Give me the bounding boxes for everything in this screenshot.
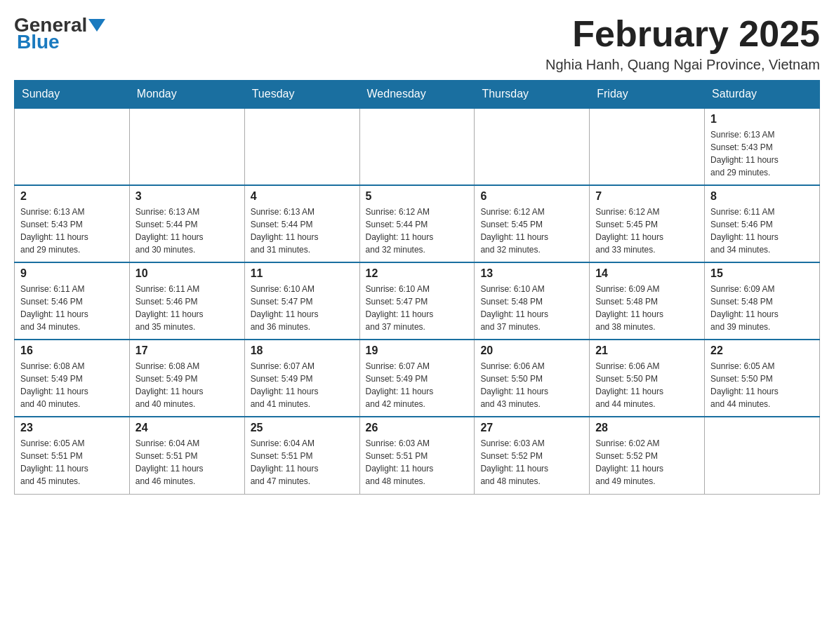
day-cell: 24Sunrise: 6:04 AMSunset: 5:51 PMDayligh… (129, 417, 244, 494)
day-number: 18 (251, 344, 354, 357)
day-cell: 18Sunrise: 6:07 AMSunset: 5:49 PMDayligh… (244, 340, 359, 417)
day-cell: 13Sunrise: 6:10 AMSunset: 5:48 PMDayligh… (475, 262, 590, 340)
calendar-header-row: SundayMondayTuesdayWednesdayThursdayFrid… (15, 81, 820, 109)
day-number: 15 (710, 267, 814, 280)
day-number: 1 (710, 113, 814, 126)
day-info: Sunrise: 6:08 AMSunset: 5:49 PMDaylight:… (20, 360, 124, 410)
day-number: 3 (135, 190, 239, 203)
day-cell: 6Sunrise: 6:12 AMSunset: 5:45 PMDaylight… (475, 185, 590, 262)
title-section: February 2025 Nghia Hanh, Quang Ngai Pro… (545, 14, 820, 73)
day-info: Sunrise: 6:07 AMSunset: 5:49 PMDaylight:… (251, 360, 354, 410)
day-info: Sunrise: 6:10 AMSunset: 5:47 PMDaylight:… (366, 283, 469, 333)
day-number: 21 (595, 344, 699, 357)
month-title: February 2025 (545, 14, 820, 54)
header-tuesday: Tuesday (244, 81, 359, 109)
week-row-2: 2Sunrise: 6:13 AMSunset: 5:43 PMDaylight… (15, 185, 820, 262)
day-number: 12 (366, 267, 469, 280)
day-number: 17 (135, 344, 239, 357)
day-cell: 26Sunrise: 6:03 AMSunset: 5:51 PMDayligh… (359, 417, 475, 494)
day-cell: 3Sunrise: 6:13 AMSunset: 5:44 PMDaylight… (129, 185, 244, 262)
day-info: Sunrise: 6:09 AMSunset: 5:48 PMDaylight:… (710, 283, 814, 333)
day-info: Sunrise: 6:04 AMSunset: 5:51 PMDaylight:… (251, 437, 354, 488)
day-cell: 9Sunrise: 6:11 AMSunset: 5:46 PMDaylight… (15, 262, 130, 340)
day-cell: 27Sunrise: 6:03 AMSunset: 5:52 PMDayligh… (475, 417, 590, 494)
day-number: 7 (595, 190, 699, 203)
day-number: 8 (710, 190, 814, 203)
day-info: Sunrise: 6:11 AMSunset: 5:46 PMDaylight:… (135, 283, 239, 333)
logo-blue-text: Blue (17, 31, 60, 53)
day-number: 25 (251, 422, 354, 434)
week-row-4: 16Sunrise: 6:08 AMSunset: 5:49 PMDayligh… (15, 340, 820, 417)
day-number: 6 (480, 190, 583, 203)
day-info: Sunrise: 6:13 AMSunset: 5:44 PMDaylight:… (251, 206, 354, 256)
day-info: Sunrise: 6:04 AMSunset: 5:51 PMDaylight:… (135, 437, 239, 488)
location-text: Nghia Hanh, Quang Ngai Province, Vietnam (545, 57, 820, 73)
day-cell: 5Sunrise: 6:12 AMSunset: 5:44 PMDaylight… (359, 185, 475, 262)
day-info: Sunrise: 6:10 AMSunset: 5:47 PMDaylight:… (251, 283, 354, 333)
day-number: 19 (366, 344, 469, 357)
day-number: 26 (366, 422, 469, 434)
day-cell: 19Sunrise: 6:07 AMSunset: 5:49 PMDayligh… (359, 340, 475, 417)
day-info: Sunrise: 6:06 AMSunset: 5:50 PMDaylight:… (480, 360, 583, 410)
day-cell: 25Sunrise: 6:04 AMSunset: 5:51 PMDayligh… (244, 417, 359, 494)
header-thursday: Thursday (475, 81, 590, 109)
day-number: 28 (595, 422, 699, 434)
day-cell: 10Sunrise: 6:11 AMSunset: 5:46 PMDayligh… (129, 262, 244, 340)
header-monday: Monday (129, 81, 244, 109)
day-cell (475, 108, 590, 185)
day-info: Sunrise: 6:13 AMSunset: 5:43 PMDaylight:… (710, 128, 814, 179)
day-number: 16 (20, 344, 124, 357)
day-cell: 7Sunrise: 6:12 AMSunset: 5:45 PMDaylight… (590, 185, 705, 262)
day-info: Sunrise: 6:03 AMSunset: 5:51 PMDaylight:… (366, 437, 469, 488)
header-wednesday: Wednesday (359, 81, 475, 109)
day-cell: 20Sunrise: 6:06 AMSunset: 5:50 PMDayligh… (475, 340, 590, 417)
day-cell: 17Sunrise: 6:08 AMSunset: 5:49 PMDayligh… (129, 340, 244, 417)
day-info: Sunrise: 6:13 AMSunset: 5:44 PMDaylight:… (135, 206, 239, 256)
day-cell: 11Sunrise: 6:10 AMSunset: 5:47 PMDayligh… (244, 262, 359, 340)
day-number: 14 (595, 267, 699, 280)
day-number: 5 (366, 190, 469, 203)
day-cell (244, 108, 359, 185)
day-info: Sunrise: 6:11 AMSunset: 5:46 PMDaylight:… (20, 283, 124, 333)
day-number: 4 (251, 190, 354, 203)
page-header: General Blue February 2025 Nghia Hanh, Q… (14, 14, 820, 73)
day-number: 10 (135, 267, 239, 280)
day-cell: 12Sunrise: 6:10 AMSunset: 5:47 PMDayligh… (359, 262, 475, 340)
day-cell: 23Sunrise: 6:05 AMSunset: 5:51 PMDayligh… (15, 417, 130, 494)
day-number: 11 (251, 267, 354, 280)
day-cell: 16Sunrise: 6:08 AMSunset: 5:49 PMDayligh… (15, 340, 130, 417)
day-cell: 8Sunrise: 6:11 AMSunset: 5:46 PMDaylight… (705, 185, 820, 262)
week-row-3: 9Sunrise: 6:11 AMSunset: 5:46 PMDaylight… (15, 262, 820, 340)
day-cell: 22Sunrise: 6:05 AMSunset: 5:50 PMDayligh… (705, 340, 820, 417)
day-cell: 28Sunrise: 6:02 AMSunset: 5:52 PMDayligh… (590, 417, 705, 494)
day-number: 2 (20, 190, 124, 203)
logo-triangle-icon (88, 19, 105, 32)
day-number: 20 (480, 344, 583, 357)
day-cell (359, 108, 475, 185)
day-info: Sunrise: 6:12 AMSunset: 5:44 PMDaylight:… (366, 206, 469, 256)
day-cell: 1Sunrise: 6:13 AMSunset: 5:43 PMDaylight… (705, 108, 820, 185)
day-cell: 15Sunrise: 6:09 AMSunset: 5:48 PMDayligh… (705, 262, 820, 340)
calendar-table: SundayMondayTuesdayWednesdayThursdayFrid… (14, 80, 820, 495)
day-info: Sunrise: 6:12 AMSunset: 5:45 PMDaylight:… (480, 206, 583, 256)
day-info: Sunrise: 6:11 AMSunset: 5:46 PMDaylight:… (710, 206, 814, 256)
day-info: Sunrise: 6:02 AMSunset: 5:52 PMDaylight:… (595, 437, 699, 488)
day-cell (129, 108, 244, 185)
day-info: Sunrise: 6:07 AMSunset: 5:49 PMDaylight:… (366, 360, 469, 410)
header-sunday: Sunday (15, 81, 130, 109)
day-number: 22 (710, 344, 814, 357)
day-cell: 21Sunrise: 6:06 AMSunset: 5:50 PMDayligh… (590, 340, 705, 417)
day-cell (15, 108, 130, 185)
logo: General Blue (14, 14, 107, 53)
day-number: 23 (20, 422, 124, 434)
day-info: Sunrise: 6:10 AMSunset: 5:48 PMDaylight:… (480, 283, 583, 333)
day-cell (705, 417, 820, 494)
day-cell: 2Sunrise: 6:13 AMSunset: 5:43 PMDaylight… (15, 185, 130, 262)
day-cell (590, 108, 705, 185)
week-row-1: 1Sunrise: 6:13 AMSunset: 5:43 PMDaylight… (15, 108, 820, 185)
day-cell: 4Sunrise: 6:13 AMSunset: 5:44 PMDaylight… (244, 185, 359, 262)
header-saturday: Saturday (705, 81, 820, 109)
day-number: 27 (480, 422, 583, 434)
week-row-5: 23Sunrise: 6:05 AMSunset: 5:51 PMDayligh… (15, 417, 820, 494)
day-info: Sunrise: 6:12 AMSunset: 5:45 PMDaylight:… (595, 206, 699, 256)
